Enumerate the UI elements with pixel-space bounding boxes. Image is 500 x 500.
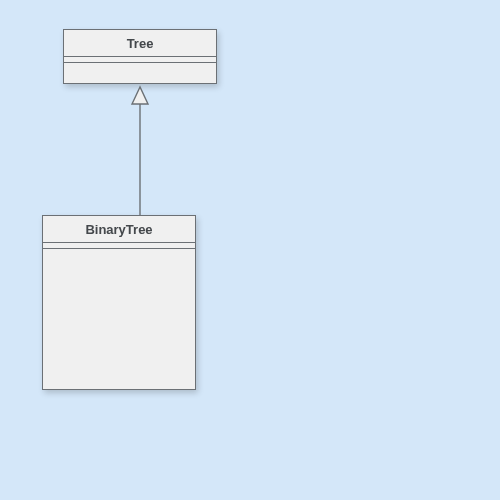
generalization-arrowhead-icon	[132, 87, 148, 104]
uml-class-tree[interactable]: Tree	[63, 29, 217, 84]
class-methods-section	[43, 249, 195, 389]
class-methods-section	[64, 63, 216, 83]
class-name-label: BinaryTree	[43, 216, 195, 243]
class-name-label: Tree	[64, 30, 216, 57]
uml-class-binarytree[interactable]: BinaryTree	[42, 215, 196, 390]
